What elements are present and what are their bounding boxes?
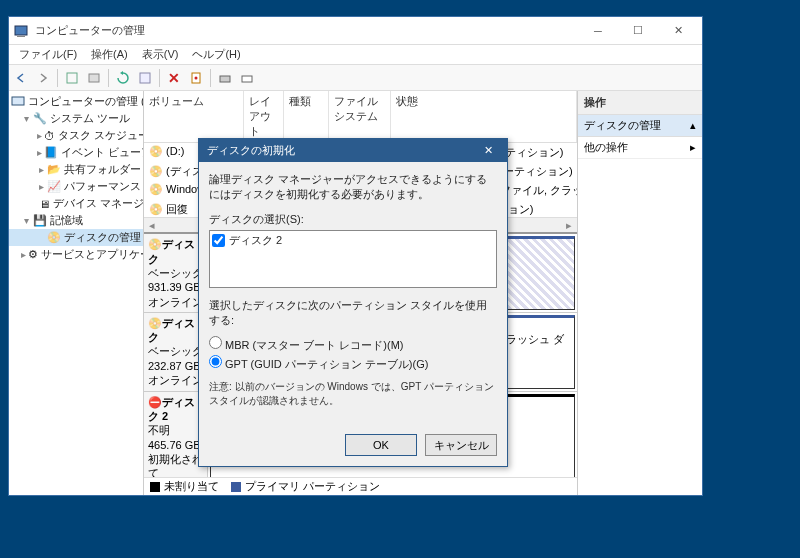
maximize-button[interactable]: ☐: [618, 17, 658, 45]
col-layout[interactable]: レイアウト: [244, 91, 284, 142]
toolbar: ✕: [9, 65, 702, 91]
col-status[interactable]: 状態: [391, 91, 577, 142]
expander-icon[interactable]: ▸: [37, 164, 45, 175]
dialog-close-button[interactable]: ✕: [477, 144, 499, 157]
svg-rect-0: [15, 26, 27, 35]
scheduler-icon: ⏱: [44, 129, 55, 143]
svg-point-6: [195, 76, 198, 79]
gpt-radio-label[interactable]: GPT (GUID パーティション テーブル)(G): [209, 355, 497, 372]
disk2-checkbox[interactable]: [212, 234, 225, 247]
up-arrow-icon: ▴: [690, 119, 696, 132]
svg-rect-4: [140, 73, 150, 83]
device-icon: 🖥: [39, 197, 50, 211]
expander-icon[interactable]: ▸: [37, 181, 45, 192]
forward-button[interactable]: [33, 68, 53, 88]
menu-view[interactable]: 表示(V): [136, 45, 185, 64]
dialog-titlebar: ディスクの初期化 ✕: [199, 139, 507, 162]
delete-icon[interactable]: ✕: [164, 68, 184, 88]
minimize-button[interactable]: ─: [578, 17, 618, 45]
svg-rect-7: [220, 76, 230, 82]
mbr-radio[interactable]: [209, 336, 222, 349]
initialize-disk-dialog: ディスクの初期化 ✕ 論理ディスク マネージャーがアクセスできるようにするにはデ…: [198, 138, 508, 467]
diskmgmt-icon: 📀: [47, 231, 61, 245]
titlebar: コンピューターの管理 ─ ☐ ✕: [9, 17, 702, 45]
gpt-radio[interactable]: [209, 355, 222, 368]
tools-icon: 🔧: [33, 112, 47, 126]
mbr-radio-label[interactable]: MBR (マスター ブート レコード)(M): [209, 336, 497, 353]
toolbar-icon[interactable]: [62, 68, 82, 88]
back-button[interactable]: [11, 68, 31, 88]
window-title: コンピューターの管理: [35, 23, 578, 38]
grid-header: ボリューム レイアウト 種類 ファイル システム 状態: [144, 91, 577, 143]
actions-other[interactable]: 他の操作▸: [578, 137, 702, 159]
legend: 未割り当て プライマリ パーティション: [144, 477, 577, 495]
share-icon: 📂: [47, 163, 61, 177]
menu-help[interactable]: ヘルプ(H): [186, 45, 246, 64]
actions-selected[interactable]: ディスクの管理▴: [578, 115, 702, 137]
svg-rect-9: [12, 97, 24, 105]
svg-rect-1: [17, 36, 25, 37]
toolbar-icon[interactable]: [237, 68, 257, 88]
dialog-note: 注意: 以前のバージョンの Windows では、GPT パーティション スタイ…: [209, 380, 497, 408]
menu-action[interactable]: 操作(A): [85, 45, 134, 64]
expander-icon[interactable]: ▾: [21, 113, 31, 124]
computer-icon: [11, 95, 25, 109]
expander-icon[interactable]: ▸: [37, 130, 42, 141]
menubar: ファイル(F) 操作(A) 表示(V) ヘルプ(H): [9, 45, 702, 65]
disk-select-label: ディスクの選択(S):: [209, 212, 497, 227]
actions-header: 操作: [578, 91, 702, 115]
col-volume[interactable]: ボリューム: [144, 91, 244, 142]
col-fs[interactable]: ファイル システム: [329, 91, 391, 142]
storage-icon: 💾: [33, 214, 47, 228]
svg-rect-2: [67, 73, 77, 83]
disk-select-list[interactable]: ディスク 2: [209, 230, 497, 288]
dialog-message: 論理ディスク マネージャーがアクセスできるようにするにはディスクを初期化する必要…: [209, 172, 497, 202]
svg-rect-8: [242, 76, 252, 82]
svg-rect-3: [89, 74, 99, 82]
toolbar-icon[interactable]: [84, 68, 104, 88]
cancel-button[interactable]: キャンセル: [425, 434, 497, 456]
eventviewer-icon: 📘: [44, 146, 58, 160]
refresh-icon[interactable]: [113, 68, 133, 88]
toolbar-icon[interactable]: [215, 68, 235, 88]
services-icon: ⚙: [28, 248, 38, 262]
perf-icon: 📈: [47, 180, 61, 194]
expander-icon[interactable]: ▸: [37, 147, 42, 158]
nav-tree[interactable]: コンピューターの管理 (ローカル) ▾🔧システム ツール ▸⏱タスク スケジュー…: [9, 91, 144, 495]
right-arrow-icon: ▸: [690, 141, 696, 154]
menu-file[interactable]: ファイル(F): [13, 45, 83, 64]
disk-checkbox-item[interactable]: ディスク 2: [212, 233, 494, 248]
close-button[interactable]: ✕: [658, 17, 698, 45]
actions-pane: 操作 ディスクの管理▴ 他の操作▸: [577, 91, 702, 495]
expander-icon[interactable]: ▸: [21, 249, 26, 260]
toolbar-icon[interactable]: [135, 68, 155, 88]
toolbar-icon[interactable]: [186, 68, 206, 88]
dialog-title: ディスクの初期化: [207, 143, 295, 158]
ok-button[interactable]: OK: [345, 434, 417, 456]
partition-style-label: 選択したディスクに次のパーティション スタイルを使用する:: [209, 298, 497, 328]
expander-icon[interactable]: ▾: [21, 215, 31, 226]
tree-disk-management[interactable]: ディスクの管理: [64, 230, 141, 245]
app-icon: [13, 23, 29, 39]
col-type[interactable]: 種類: [284, 91, 329, 142]
